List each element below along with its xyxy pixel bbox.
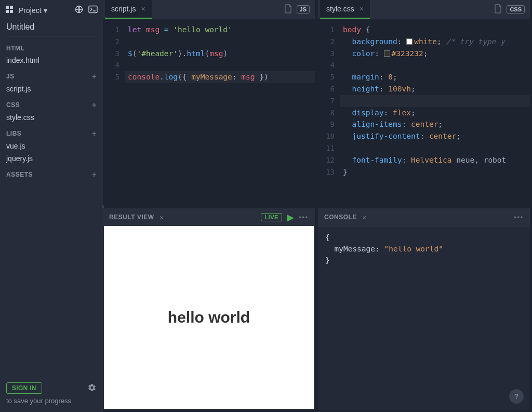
tabbar-js: script.js × JS	[103, 0, 315, 19]
file-item[interactable]: style.css	[0, 111, 103, 124]
lang-badge-js: JS	[297, 5, 310, 14]
apps-icon[interactable]	[5, 5, 14, 15]
tab-label: style.css	[326, 5, 354, 13]
topbar: Project ▾	[0, 3, 103, 19]
console-output[interactable]: { myMessage: "hello world" }	[318, 226, 530, 410]
section-head-css: CSS+	[0, 95, 103, 111]
chevron-down-icon: ▾	[44, 6, 47, 15]
close-icon[interactable]: ×	[159, 213, 164, 222]
divider	[5, 36, 98, 36]
sidebar: Project ▾ Untitled HTMLindex.htmlJS+scri…	[0, 0, 103, 412]
svg-rect-0	[6, 6, 9, 9]
add-file-icon[interactable]: +	[92, 129, 97, 138]
file-item[interactable]: script.js	[0, 83, 103, 95]
collapse-handle-icon[interactable]: ‹	[102, 202, 104, 210]
close-icon[interactable]: ×	[360, 5, 364, 13]
project-menu-label: Project	[19, 6, 42, 15]
globe-icon[interactable]	[75, 5, 83, 15]
file-item[interactable]: jquery.js	[0, 152, 103, 165]
console-line: }	[325, 255, 523, 266]
section-label: JS	[6, 73, 15, 80]
svg-rect-1	[10, 6, 13, 9]
section-label: LIBS	[6, 130, 21, 137]
editor-pane-css: style.css × CSS 12345678910111213 body {…	[318, 0, 530, 205]
more-icon[interactable]: •••	[514, 214, 524, 221]
section-head-js: JS+	[0, 67, 103, 83]
file-icon[interactable]	[284, 4, 292, 15]
close-icon[interactable]: ×	[141, 5, 145, 13]
more-icon[interactable]: •••	[299, 214, 309, 221]
live-badge[interactable]: LIVE	[261, 213, 282, 221]
code-editor-js[interactable]: 12345 let msg = 'hello world'$('#header'…	[103, 19, 315, 205]
add-file-icon[interactable]: +	[92, 100, 97, 109]
console-line: myMessage: "hello world"	[325, 243, 523, 255]
add-file-icon[interactable]: +	[92, 170, 97, 179]
result-preview[interactable]: hello world	[104, 226, 314, 409]
close-icon[interactable]: ×	[362, 213, 367, 222]
gear-icon[interactable]	[87, 383, 97, 394]
console-label: CONSOLE	[324, 214, 357, 221]
file-item[interactable]: vue.js	[0, 140, 103, 152]
section-head-libs: LIBS+	[0, 124, 103, 140]
help-button[interactable]: ?	[509, 389, 524, 404]
console-line: {	[325, 232, 523, 243]
result-pane: RESULT VIEW × LIVE ▶ ••• hello world	[103, 208, 315, 410]
tab-script-js[interactable]: script.js ×	[105, 0, 152, 19]
svg-rect-2	[6, 10, 9, 13]
svg-rect-5	[89, 6, 97, 13]
add-file-icon[interactable]: +	[92, 72, 97, 81]
tab-label: script.js	[111, 5, 136, 13]
section-head-html: HTML	[0, 39, 103, 54]
section-head-assets: ASSETS+	[0, 165, 103, 181]
file-icon[interactable]	[494, 4, 502, 15]
project-menu[interactable]: Project ▾	[19, 6, 47, 15]
section-label: ASSETS	[6, 171, 33, 178]
section-label: HTML	[6, 45, 24, 52]
preview-content: hello world	[168, 309, 250, 326]
file-tree: HTMLindex.htmlJS+script.jsCSS+style.cssL…	[0, 39, 103, 181]
file-item[interactable]: index.html	[0, 54, 103, 67]
console-header: CONSOLE × •••	[318, 208, 530, 226]
svg-rect-3	[10, 10, 13, 13]
tab-style-css[interactable]: style.css ×	[320, 0, 370, 19]
section-label: CSS	[6, 101, 20, 109]
signin-hint: to save your progress	[6, 397, 97, 405]
code-editor-css[interactable]: 12345678910111213 body { background: whi…	[318, 19, 530, 205]
editor-pane-js: script.js × JS 12345 let msg = 'hello wo…	[103, 0, 315, 205]
signin-button[interactable]: SIGN IN	[6, 382, 42, 394]
sidebar-footer: SIGN IN to save your progress	[0, 377, 103, 412]
result-header: RESULT VIEW × LIVE ▶ •••	[103, 208, 315, 226]
workspace: ‹ script.js × JS 12345 let msg = 'hello …	[103, 0, 532, 412]
lang-badge-css: CSS	[507, 5, 525, 14]
terminal-icon[interactable]	[88, 5, 98, 15]
tabbar-css: style.css × CSS	[318, 0, 530, 19]
console-pane: CONSOLE × ••• { myMessage: "hello world"…	[318, 208, 530, 410]
play-icon[interactable]: ▶	[287, 212, 294, 222]
result-label: RESULT VIEW	[109, 214, 154, 221]
project-title[interactable]: Untitled	[0, 19, 103, 36]
